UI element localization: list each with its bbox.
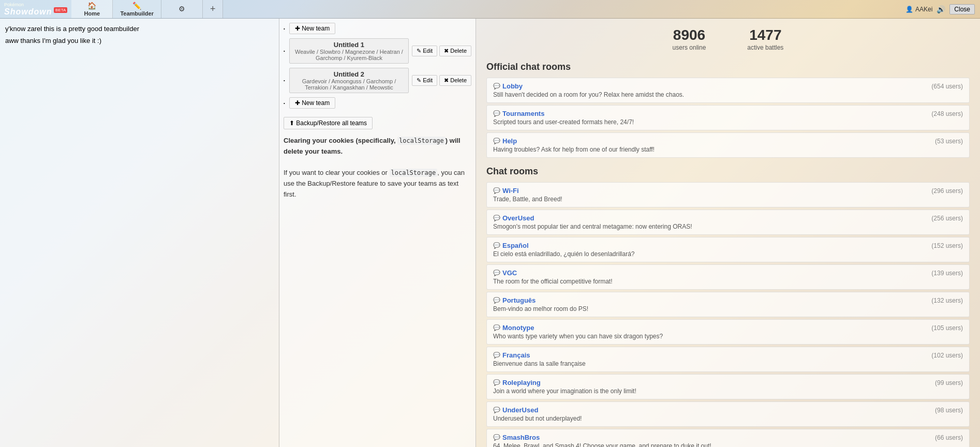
- room-name: 💬 Lobby: [493, 82, 523, 90]
- chat-bubble-icon: 💬: [493, 187, 500, 194]
- room-item[interactable]: 💬 SmashBros (66 users) 64, Melee, Brawl,…: [486, 429, 970, 447]
- volume-icon[interactable]: 🔊: [937, 5, 945, 13]
- edit-team-2-button[interactable]: ✎ Edit: [412, 75, 437, 86]
- bullet: •: [284, 49, 285, 53]
- room-desc: Bem-vindo ao melhor room do PS!: [493, 305, 963, 312]
- room-desc: 64, Melee, Brawl, and Smash 4! Choose yo…: [493, 442, 963, 447]
- team-pokemon-1: Weavile / Slowbro / Magnezone / Heatran …: [294, 49, 404, 61]
- room-header: 💬 UnderUsed (98 users): [493, 406, 963, 414]
- room-header: 💬 Help (53 users): [493, 137, 963, 145]
- users-count: 8906: [673, 27, 706, 43]
- logo-showdown-text: Showdown: [4, 7, 52, 16]
- stats-row: 8906 users online 1477 active battles: [486, 27, 970, 51]
- warning-heading: Clearing your cookies (specifically,: [284, 137, 397, 144]
- lobby-panel: 8906 users online 1477 active battles Of…: [476, 19, 980, 447]
- chat-message: y'know zarel this is a pretty good teamb…: [5, 24, 274, 35]
- room-item[interactable]: 💬 Español (152 users) El cielo está enla…: [486, 237, 970, 262]
- logo: Pokémon Showdown BETA: [0, 0, 71, 18]
- delete-team-2-button[interactable]: ✖ Delete: [439, 75, 471, 86]
- room-header: 💬 Português (132 users): [493, 296, 963, 304]
- new-team-button-2[interactable]: ✚ New team: [289, 97, 335, 109]
- room-users: (654 users): [931, 83, 963, 90]
- new-team-button-1[interactable]: ✚ New team: [289, 23, 335, 34]
- room-desc: El cielo está enladrillado, ¿quién lo de…: [493, 250, 963, 258]
- team-name-2: Untitled 2: [294, 70, 404, 78]
- chat-messages: y'know zarel this is a pretty good teamb…: [0, 19, 279, 447]
- close-button[interactable]: Close: [949, 4, 975, 14]
- room-item[interactable]: 💬 Português (132 users) Bem-vindo ao mel…: [486, 292, 970, 317]
- chat-bubble-icon: 💬: [493, 297, 500, 304]
- room-desc: Trade, Battle, and Breed!: [493, 196, 963, 203]
- topbar-right: 👤 AAKei 🔊 Close: [900, 0, 980, 18]
- official-room-list: 💬 Lobby (654 users) Still haven't decide…: [486, 78, 970, 158]
- room-users: (66 users): [935, 434, 963, 441]
- room-header: 💬 VGC (139 users): [493, 269, 963, 277]
- room-header: 💬 OverUsed (256 users): [493, 214, 963, 222]
- add-tab-button[interactable]: +: [203, 0, 224, 18]
- room-item[interactable]: 💬 Monotype (105 users) Who wants type va…: [486, 319, 970, 345]
- active-battles-stat: 1477 active battles: [747, 27, 783, 51]
- chat-panel: y'know zarel this is a pretty good teamb…: [0, 19, 279, 447]
- warning-body: If you want to clear your cookies or: [284, 169, 388, 176]
- room-header: 💬 Tournaments (248 users): [493, 110, 963, 117]
- room-item[interactable]: 💬 VGC (139 users) The room for the offic…: [486, 264, 970, 290]
- room-header: 💬 Wi-Fi (296 users): [493, 187, 963, 195]
- chat-room-list: 💬 Wi-Fi (296 users) Trade, Battle, and B…: [486, 182, 970, 447]
- official-rooms-title: Official chat rooms: [486, 62, 970, 72]
- chat-bubble-icon: 💬: [493, 352, 500, 359]
- room-item[interactable]: 💬 Help (53 users) Having troubles? Ask f…: [486, 132, 970, 158]
- delete-team-1-button[interactable]: ✖ Delete: [439, 46, 471, 56]
- room-name: 💬 OverUsed: [493, 214, 534, 222]
- room-item[interactable]: 💬 OverUsed (256 users) Smogon's most pop…: [486, 210, 970, 235]
- room-desc: Bienvenue dans la salle française: [493, 360, 963, 367]
- users-label: users online: [673, 44, 706, 51]
- backup-button[interactable]: ⬆ Backup/Restore all teams: [284, 117, 373, 129]
- room-desc: Who wants type variety when you can have…: [493, 333, 963, 340]
- room-item[interactable]: 💬 UnderUsed (98 users) Underused but not…: [486, 401, 970, 427]
- room-users: (248 users): [931, 110, 963, 117]
- chat-rooms-title: Chat rooms: [486, 166, 970, 177]
- room-users: (139 users): [931, 270, 963, 277]
- room-item[interactable]: 💬 Roleplaying (99 users) Join a world wh…: [486, 374, 970, 399]
- chat-message-text: y'know zarel this is a pretty good teamb…: [5, 25, 139, 33]
- room-header: 💬 Lobby (654 users): [493, 82, 963, 90]
- room-header: 💬 Roleplaying (99 users): [493, 379, 963, 386]
- chat-bubble-icon: 💬: [493, 270, 500, 276]
- room-name: 💬 SmashBros: [493, 434, 540, 441]
- room-item[interactable]: 💬 Wi-Fi (296 users) Trade, Battle, and B…: [486, 182, 970, 207]
- user-info: 👤 AAKei: [905, 6, 932, 13]
- chat-bubble-icon: 💬: [493, 324, 500, 331]
- team-name-1: Untitled 1: [294, 41, 404, 49]
- chat-bubble-icon: 💬: [493, 83, 500, 90]
- team-list: • ✚ New team • Untitled 1 Weavile / Slow…: [284, 23, 471, 109]
- chat-bubble-icon: 💬: [493, 407, 500, 413]
- team-1-actions: ✎ Edit ✖ Delete: [412, 46, 471, 56]
- room-name: 💬 VGC: [493, 269, 517, 277]
- username: AAKei: [915, 6, 932, 13]
- room-item[interactable]: 💬 Français (102 users) Bienvenue dans la…: [486, 347, 970, 372]
- room-header: 💬 SmashBros (66 users): [493, 434, 963, 441]
- room-users: (256 users): [931, 215, 963, 222]
- tab-gear[interactable]: ⚙: [161, 0, 203, 18]
- chat-bubble-icon: 💬: [493, 242, 500, 249]
- room-users: (105 users): [931, 324, 963, 332]
- chat-bubble-icon: 💬: [493, 138, 500, 144]
- chat-message: aww thanks I'm glad you like it :): [5, 36, 274, 47]
- room-desc: Join a world where your imagination is t…: [493, 388, 963, 395]
- room-header: 💬 Español (152 users): [493, 242, 963, 249]
- room-users: (98 users): [935, 407, 963, 414]
- room-name: 💬 Roleplaying: [493, 379, 541, 386]
- room-users: (132 users): [931, 297, 963, 304]
- room-header: 💬 Monotype (105 users): [493, 324, 963, 332]
- room-item[interactable]: 💬 Lobby (654 users) Still haven't decide…: [486, 78, 970, 103]
- tab-home[interactable]: 🏠 Home: [71, 0, 113, 18]
- team-card-1: Untitled 1 Weavile / Slowbro / Magnezone…: [289, 38, 409, 64]
- bullet: •: [284, 26, 285, 31]
- list-item: • ✚ New team: [284, 97, 471, 109]
- tab-home-label: Home: [84, 10, 100, 17]
- tab-teambuilder[interactable]: ✏️ Teambuilder: [113, 0, 161, 18]
- room-item[interactable]: 💬 Tournaments (248 users) Scripted tours…: [486, 105, 970, 130]
- room-desc: Still haven't decided on a room for you?…: [493, 91, 963, 98]
- edit-team-1-button[interactable]: ✎ Edit: [412, 46, 437, 56]
- room-name: 💬 Español: [493, 242, 529, 249]
